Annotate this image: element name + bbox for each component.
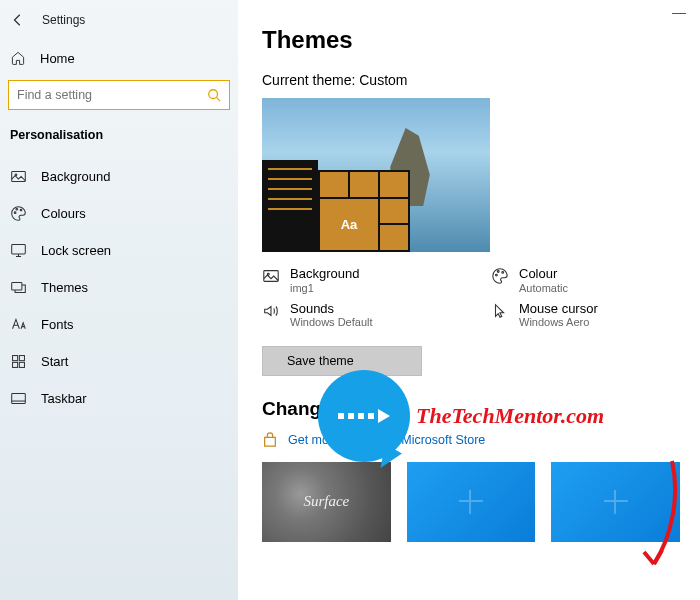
theme-thumbnails: Surface: [262, 462, 680, 542]
search-input[interactable]: [17, 88, 207, 102]
svg-point-15: [496, 274, 498, 276]
svg-point-14: [267, 273, 269, 275]
fonts-icon: [10, 316, 27, 333]
picture-icon: [10, 168, 27, 185]
sidebar-item-label: Lock screen: [41, 243, 111, 258]
start-icon: [10, 353, 27, 370]
preview-tile-text: Aa: [320, 199, 378, 250]
home-icon: [10, 50, 26, 66]
svg-point-2: [15, 174, 17, 176]
svg-rect-6: [12, 245, 26, 254]
main-pane: — Themes Current theme: Custom Aa Backgr…: [238, 0, 700, 600]
sidebar-section-head: Personalisation: [0, 122, 238, 158]
lock-screen-icon: [10, 242, 27, 259]
svg-rect-8: [13, 356, 18, 361]
svg-point-4: [16, 208, 18, 210]
svg-rect-9: [19, 356, 24, 361]
spec-value: Windows Aero: [519, 316, 598, 329]
store-link[interactable]: Get more themes in Microsoft Store: [262, 432, 680, 448]
spec-label: Colour: [519, 266, 568, 282]
spec-background[interactable]: Backgroundimg1: [262, 266, 451, 295]
sidebar-item-label: Start: [41, 354, 68, 369]
spec-value: Windows Default: [290, 316, 373, 329]
theme-preview: Aa: [262, 98, 490, 252]
minimize-button[interactable]: —: [672, 4, 686, 20]
back-button[interactable]: [10, 12, 26, 28]
sidebar-item-start[interactable]: Start: [0, 343, 238, 380]
spec-label: Background: [290, 266, 359, 282]
sidebar-item-label: Themes: [41, 280, 88, 295]
svg-rect-11: [19, 362, 24, 367]
spec-sounds[interactable]: SoundsWindows Default: [262, 301, 451, 330]
theme-thumb-surface[interactable]: Surface: [262, 462, 391, 542]
app-title: Settings: [42, 13, 85, 27]
spec-colour[interactable]: ColourAutomatic: [491, 266, 680, 295]
sounds-icon: [262, 302, 280, 320]
svg-point-0: [209, 90, 218, 99]
page-title: Themes: [262, 26, 680, 54]
spec-label: Sounds: [290, 301, 373, 317]
taskbar-icon: [10, 390, 27, 407]
sidebar-item-colours[interactable]: Colours: [0, 195, 238, 232]
picture-icon: [262, 267, 280, 285]
sidebar-item-fonts[interactable]: Fonts: [0, 306, 238, 343]
sidebar-item-label: Background: [41, 169, 110, 184]
spec-label: Mouse cursor: [519, 301, 598, 317]
themes-icon: [10, 279, 27, 296]
sidebar-home-label: Home: [40, 51, 75, 66]
spec-value: img1: [290, 282, 359, 295]
theme-thumb-windows-2[interactable]: [551, 462, 680, 542]
theme-thumb-windows-1[interactable]: [407, 462, 536, 542]
sidebar: Settings Home Personalisation Background…: [0, 0, 238, 600]
svg-point-5: [20, 209, 22, 211]
sidebar-item-label: Colours: [41, 206, 86, 221]
change-theme-heading: Change theme: [262, 398, 680, 420]
svg-rect-10: [13, 362, 18, 367]
sidebar-item-label: Fonts: [41, 317, 74, 332]
palette-icon: [10, 205, 27, 222]
svg-point-17: [502, 272, 504, 274]
palette-icon: [491, 267, 509, 285]
svg-point-3: [14, 212, 16, 214]
sidebar-item-lock-screen[interactable]: Lock screen: [0, 232, 238, 269]
search-icon: [207, 88, 221, 102]
sidebar-item-background[interactable]: Background: [0, 158, 238, 195]
sidebar-item-themes[interactable]: Themes: [0, 269, 238, 306]
current-theme-label: Current theme: Custom: [262, 72, 680, 88]
store-link-label: Get more themes in Microsoft Store: [288, 433, 485, 447]
titlebar: Settings: [0, 8, 238, 42]
search-box[interactable]: [8, 80, 230, 110]
sidebar-item-label: Taskbar: [41, 391, 87, 406]
svg-rect-12: [12, 393, 26, 403]
svg-point-16: [497, 271, 499, 273]
spec-value: Automatic: [519, 282, 568, 295]
svg-rect-7: [12, 282, 22, 290]
store-icon: [262, 432, 278, 448]
save-theme-button[interactable]: Save theme: [262, 346, 422, 376]
sidebar-item-taskbar[interactable]: Taskbar: [0, 380, 238, 417]
cursor-icon: [491, 302, 509, 320]
sidebar-home[interactable]: Home: [0, 42, 238, 76]
spec-mouse-cursor[interactable]: Mouse cursorWindows Aero: [491, 301, 680, 330]
